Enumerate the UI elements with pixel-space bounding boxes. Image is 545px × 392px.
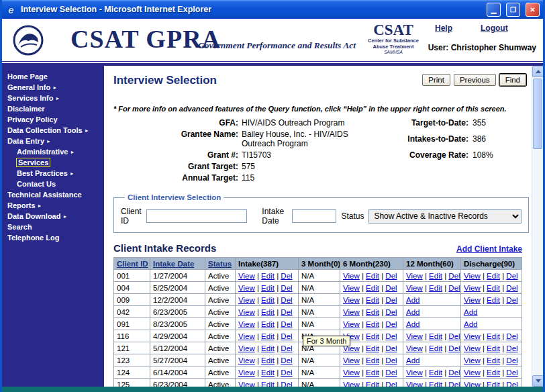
sidebar-item-disclaimer[interactable]: Disclaimer [2,103,104,114]
del-link[interactable]: Del [281,381,292,387]
sidebar-item-data-download[interactable]: Data Download► [2,211,104,222]
edit-link[interactable]: Edit [366,284,379,292]
del-link[interactable]: Del [506,284,517,292]
print-button[interactable]: Print [422,74,450,86]
view-link[interactable]: View [406,344,423,352]
edit-link[interactable]: Edit [366,296,379,304]
edit-link[interactable]: Edit [366,369,379,377]
vertical-scrollbar[interactable] [532,66,543,387]
edit-link[interactable]: Edit [429,332,442,340]
sidebar-item-privacy-policy[interactable]: Privacy Policy [2,114,104,125]
edit-link[interactable]: Edit [261,332,275,340]
view-link[interactable]: View [343,369,360,377]
sidebar-item-best-practices[interactable]: Best Practices► [2,168,104,179]
edit-link[interactable]: Edit [261,284,275,292]
del-link[interactable]: Del [281,296,292,304]
del-link[interactable]: Del [385,320,397,328]
del-link[interactable]: Del [506,272,517,280]
view-link[interactable]: View [343,308,360,316]
edit-link[interactable]: Edit [487,381,500,387]
sidebar-item-services-info[interactable]: Services Info► [2,93,104,103]
scrollbar-thumb[interactable] [533,79,542,149]
edit-link[interactable]: Edit [261,308,275,316]
sidebar-item-services[interactable]: Services [2,157,104,168]
view-link[interactable]: View [343,381,360,387]
del-link[interactable]: Del [506,369,517,377]
del-link[interactable]: Del [281,320,292,328]
edit-link[interactable]: Edit [261,344,275,352]
add-record-link[interactable]: Add [406,356,419,364]
del-link[interactable]: Del [506,296,517,304]
column-header-intake-date[interactable]: Intake Date [150,258,205,270]
edit-link[interactable]: Edit [487,344,500,352]
view-link[interactable]: View [238,272,255,280]
view-link[interactable]: View [406,369,423,377]
view-link[interactable]: View [464,332,481,340]
column-header-status[interactable]: Status [205,258,236,270]
column-header-client-id[interactable]: Client ID [114,258,150,270]
edit-link[interactable]: Edit [487,356,500,364]
view-link[interactable]: View [464,344,481,352]
edit-link[interactable]: Edit [366,356,379,364]
edit-link[interactable]: Edit [366,381,379,387]
del-link[interactable]: Del [448,344,460,352]
del-link[interactable]: Del [448,284,460,292]
add-record-link[interactable]: Add [406,308,419,316]
view-link[interactable]: View [238,308,255,316]
edit-link[interactable]: Edit [261,272,275,280]
edit-link[interactable]: Edit [366,332,379,340]
del-link[interactable]: Del [281,272,292,280]
del-link[interactable]: Del [385,272,397,280]
add-record-link[interactable]: Add [406,320,419,328]
del-link[interactable]: Del [281,369,292,377]
find-button[interactable]: Find [499,74,526,86]
close-button[interactable]: ✕ [526,3,540,17]
view-link[interactable]: View [238,284,255,292]
view-link[interactable]: View [464,284,481,292]
help-link[interactable]: Help [435,23,452,33]
view-link[interactable]: View [238,344,255,352]
edit-link[interactable]: Edit [261,296,275,304]
del-link[interactable]: Del [385,332,397,340]
del-link[interactable]: Del [385,344,397,352]
view-link[interactable]: View [238,381,255,387]
previous-button[interactable]: Previous [454,74,496,86]
del-link[interactable]: Del [385,356,397,364]
del-link[interactable]: Del [448,381,460,387]
sidebar-item-administrative[interactable]: Administrative► [2,146,104,157]
sidebar-item-general-info[interactable]: General Info► [2,82,104,93]
status-select[interactable]: Show Active & Inactive Records [368,209,522,224]
view-link[interactable]: View [464,369,481,377]
del-link[interactable]: Del [281,332,292,340]
add-record-link[interactable]: Add [464,320,477,328]
edit-link[interactable]: Edit [261,320,275,328]
view-link[interactable]: View [343,320,360,328]
del-link[interactable]: Del [506,381,517,387]
edit-link[interactable]: Edit [487,284,500,292]
view-link[interactable]: View [343,356,360,364]
sidebar-item-search[interactable]: Search [2,222,104,232]
del-link[interactable]: Del [506,356,517,364]
view-link[interactable]: View [343,272,360,280]
edit-link[interactable]: Edit [429,381,442,387]
view-link[interactable]: View [464,381,481,387]
add-record-link[interactable]: Add [406,296,419,304]
edit-link[interactable]: Edit [487,332,500,340]
view-link[interactable]: View [238,320,255,328]
view-link[interactable]: View [343,296,360,304]
view-link[interactable]: View [464,272,481,280]
edit-link[interactable]: Edit [487,369,500,377]
sidebar-item-home-page[interactable]: Home Page [2,71,104,82]
client-id-input[interactable] [146,209,247,223]
view-link[interactable]: View [343,284,360,292]
edit-link[interactable]: Edit [487,296,500,304]
del-link[interactable]: Del [385,308,397,316]
del-link[interactable]: Del [448,369,460,377]
edit-link[interactable]: Edit [366,272,379,280]
del-link[interactable]: Del [281,344,292,352]
edit-link[interactable]: Edit [487,272,500,280]
edit-link[interactable]: Edit [261,369,275,377]
view-link[interactable]: View [406,332,423,340]
del-link[interactable]: Del [281,308,292,316]
view-link[interactable]: View [406,272,423,280]
